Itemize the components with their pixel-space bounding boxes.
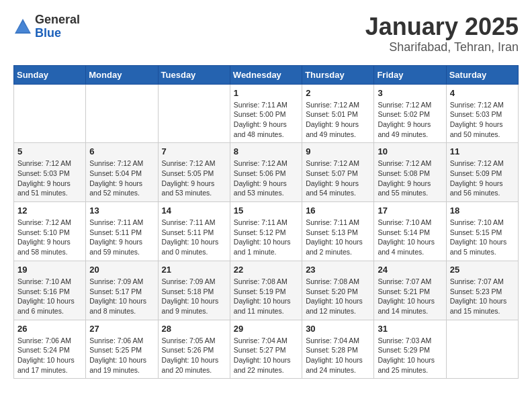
day-number: 14 [162, 205, 226, 216]
calendar-header: SundayMondayTuesdayWednesdayThursdayFrid… [14, 65, 519, 84]
calendar-cell: 12Sunrise: 7:12 AM Sunset: 5:10 PM Dayli… [14, 202, 86, 261]
title-area: January 2025 Sharifabad, Tehran, Iran [365, 13, 519, 54]
calendar-cell: 13Sunrise: 7:11 AM Sunset: 5:11 PM Dayli… [86, 202, 158, 261]
day-number: 18 [450, 205, 515, 216]
calendar-cell: 16Sunrise: 7:11 AM Sunset: 5:13 PM Dayli… [302, 202, 374, 261]
day-info: Sunrise: 7:12 AM Sunset: 5:09 PM Dayligh… [450, 158, 515, 198]
day-info: Sunrise: 7:12 AM Sunset: 5:05 PM Dayligh… [162, 158, 226, 198]
calendar-cell: 1Sunrise: 7:11 AM Sunset: 5:00 PM Daylig… [230, 84, 302, 143]
calendar-cell: 21Sunrise: 7:09 AM Sunset: 5:18 PM Dayli… [158, 261, 230, 320]
day-info: Sunrise: 7:12 AM Sunset: 5:08 PM Dayligh… [378, 158, 442, 198]
calendar-week-row: 5Sunrise: 7:12 AM Sunset: 5:03 PM Daylig… [14, 143, 519, 202]
calendar-cell [446, 320, 518, 379]
day-number: 1 [234, 88, 298, 98]
day-number: 7 [162, 146, 226, 156]
calendar-table: SundayMondayTuesdayWednesdayThursdayFrid… [13, 65, 519, 379]
day-info: Sunrise: 7:04 AM Sunset: 5:28 PM Dayligh… [306, 336, 370, 375]
logo: General Blue [13, 13, 80, 40]
calendar-cell: 23Sunrise: 7:08 AM Sunset: 5:20 PM Dayli… [302, 261, 374, 320]
day-number: 9 [306, 146, 370, 156]
calendar-cell: 29Sunrise: 7:04 AM Sunset: 5:27 PM Dayli… [230, 320, 302, 379]
calendar-cell [14, 84, 86, 143]
calendar-cell: 15Sunrise: 7:11 AM Sunset: 5:12 PM Dayli… [230, 202, 302, 261]
calendar-cell: 10Sunrise: 7:12 AM Sunset: 5:08 PM Dayli… [374, 143, 446, 202]
days-of-week-row: SundayMondayTuesdayWednesdayThursdayFrid… [14, 65, 519, 84]
day-info: Sunrise: 7:08 AM Sunset: 5:20 PM Dayligh… [306, 277, 370, 316]
day-number: 29 [234, 324, 298, 334]
day-number: 21 [162, 265, 226, 275]
logo-general-text: General [35, 13, 80, 26]
calendar-subtitle: Sharifabad, Tehran, Iran [365, 40, 519, 54]
calendar-cell [158, 84, 230, 143]
day-of-week-header: Sunday [14, 65, 86, 84]
day-number: 3 [378, 88, 442, 98]
day-info: Sunrise: 7:12 AM Sunset: 5:01 PM Dayligh… [306, 100, 370, 140]
day-info: Sunrise: 7:11 AM Sunset: 5:00 PM Dayligh… [234, 100, 298, 140]
day-info: Sunrise: 7:10 AM Sunset: 5:15 PM Dayligh… [450, 218, 515, 257]
day-info: Sunrise: 7:09 AM Sunset: 5:17 PM Dayligh… [89, 277, 154, 316]
day-number: 28 [162, 324, 226, 334]
calendar-cell: 3Sunrise: 7:12 AM Sunset: 5:02 PM Daylig… [374, 84, 446, 143]
day-number: 19 [17, 265, 82, 275]
day-number: 22 [234, 265, 298, 275]
day-number: 6 [89, 146, 154, 156]
day-number: 12 [17, 205, 82, 216]
day-info: Sunrise: 7:10 AM Sunset: 5:14 PM Dayligh… [378, 218, 442, 257]
day-of-week-header: Monday [86, 65, 158, 84]
day-of-week-header: Saturday [446, 65, 518, 84]
day-of-week-header: Friday [374, 65, 446, 84]
day-of-week-header: Wednesday [230, 65, 302, 84]
calendar-cell: 26Sunrise: 7:06 AM Sunset: 5:24 PM Dayli… [14, 320, 86, 379]
day-number: 23 [306, 265, 370, 275]
logo-text: General Blue [35, 13, 80, 40]
day-info: Sunrise: 7:06 AM Sunset: 5:24 PM Dayligh… [17, 336, 82, 375]
calendar-week-row: 1Sunrise: 7:11 AM Sunset: 5:00 PM Daylig… [14, 84, 519, 143]
day-info: Sunrise: 7:12 AM Sunset: 5:10 PM Dayligh… [17, 218, 82, 257]
calendar-cell: 19Sunrise: 7:10 AM Sunset: 5:16 PM Dayli… [14, 261, 86, 320]
calendar-week-row: 12Sunrise: 7:12 AM Sunset: 5:10 PM Dayli… [14, 202, 519, 261]
day-number: 13 [89, 205, 154, 216]
calendar-cell: 18Sunrise: 7:10 AM Sunset: 5:15 PM Dayli… [446, 202, 518, 261]
calendar-cell: 25Sunrise: 7:07 AM Sunset: 5:23 PM Dayli… [446, 261, 518, 320]
day-info: Sunrise: 7:12 AM Sunset: 5:02 PM Dayligh… [378, 100, 442, 140]
day-info: Sunrise: 7:06 AM Sunset: 5:25 PM Dayligh… [89, 336, 154, 375]
day-number: 5 [17, 146, 82, 156]
day-info: Sunrise: 7:10 AM Sunset: 5:16 PM Dayligh… [17, 277, 82, 316]
calendar-cell: 6Sunrise: 7:12 AM Sunset: 5:04 PM Daylig… [86, 143, 158, 202]
calendar-cell: 11Sunrise: 7:12 AM Sunset: 5:09 PM Dayli… [446, 143, 518, 202]
calendar-cell [86, 84, 158, 143]
day-number: 17 [378, 205, 442, 216]
calendar-title: January 2025 [365, 13, 519, 40]
calendar-cell: 17Sunrise: 7:10 AM Sunset: 5:14 PM Dayli… [374, 202, 446, 261]
day-info: Sunrise: 7:11 AM Sunset: 5:13 PM Dayligh… [306, 218, 370, 257]
svg-marker-1 [16, 21, 30, 32]
day-info: Sunrise: 7:12 AM Sunset: 5:03 PM Dayligh… [17, 158, 82, 198]
day-number: 20 [89, 265, 154, 275]
calendar-week-row: 19Sunrise: 7:10 AM Sunset: 5:16 PM Dayli… [14, 261, 519, 320]
day-number: 10 [378, 146, 442, 156]
day-info: Sunrise: 7:12 AM Sunset: 5:03 PM Dayligh… [450, 100, 515, 140]
day-number: 2 [306, 88, 370, 98]
calendar-week-row: 26Sunrise: 7:06 AM Sunset: 5:24 PM Dayli… [14, 320, 519, 379]
day-info: Sunrise: 7:08 AM Sunset: 5:19 PM Dayligh… [234, 277, 298, 316]
page-header: General Blue January 2025 Sharifabad, Te… [13, 13, 519, 54]
day-info: Sunrise: 7:07 AM Sunset: 5:21 PM Dayligh… [378, 277, 442, 316]
day-info: Sunrise: 7:12 AM Sunset: 5:04 PM Dayligh… [89, 158, 154, 198]
calendar-cell: 14Sunrise: 7:11 AM Sunset: 5:11 PM Dayli… [158, 202, 230, 261]
calendar-cell: 22Sunrise: 7:08 AM Sunset: 5:19 PM Dayli… [230, 261, 302, 320]
day-info: Sunrise: 7:03 AM Sunset: 5:29 PM Dayligh… [378, 336, 442, 375]
day-number: 16 [306, 205, 370, 216]
day-number: 26 [17, 324, 82, 334]
calendar-cell: 20Sunrise: 7:09 AM Sunset: 5:17 PM Dayli… [86, 261, 158, 320]
day-of-week-header: Tuesday [158, 65, 230, 84]
calendar-cell: 9Sunrise: 7:12 AM Sunset: 5:07 PM Daylig… [302, 143, 374, 202]
calendar-cell: 5Sunrise: 7:12 AM Sunset: 5:03 PM Daylig… [14, 143, 86, 202]
calendar-cell: 2Sunrise: 7:12 AM Sunset: 5:01 PM Daylig… [302, 84, 374, 143]
calendar-cell: 31Sunrise: 7:03 AM Sunset: 5:29 PM Dayli… [374, 320, 446, 379]
logo-icon [13, 17, 32, 36]
day-info: Sunrise: 7:11 AM Sunset: 5:12 PM Dayligh… [234, 218, 298, 257]
day-number: 31 [378, 324, 442, 334]
day-number: 27 [89, 324, 154, 334]
calendar-cell: 24Sunrise: 7:07 AM Sunset: 5:21 PM Dayli… [374, 261, 446, 320]
calendar-cell: 4Sunrise: 7:12 AM Sunset: 5:03 PM Daylig… [446, 84, 518, 143]
